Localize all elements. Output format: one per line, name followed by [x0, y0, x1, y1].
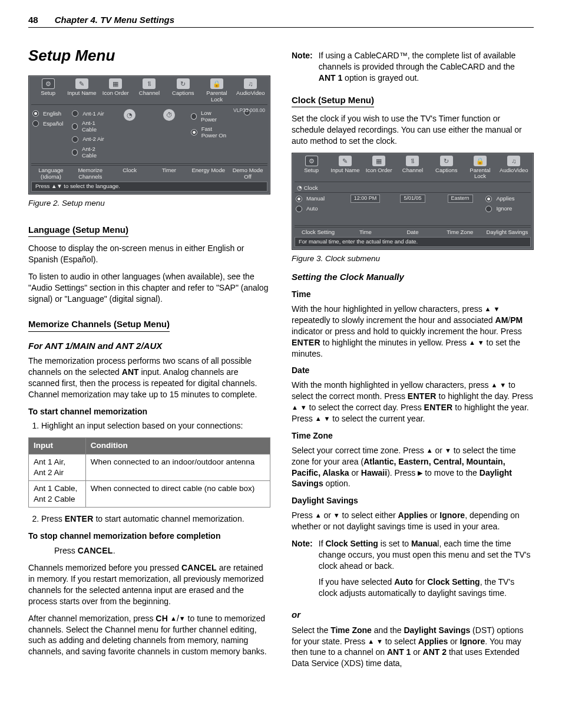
table-row: Ant 1 Air, Ant 2 Air When connected to a…: [29, 454, 270, 480]
time-h: Time: [292, 289, 534, 300]
left-column: Setup Menu ⚙Setup ✎Input Name ▦Icon Orde…: [28, 45, 270, 675]
stop-memorization-h: To stop channel memorization before comp…: [28, 531, 270, 542]
up-icon: ▲: [170, 615, 177, 622]
note-clock-setting: Note: If Clock Setting is set to Manual,…: [292, 538, 534, 603]
figure-3-caption: Figure 3. Clock submenu: [292, 253, 534, 264]
date-value: 5/01/05: [400, 195, 425, 203]
time-p: With the hour highlighted in yellow char…: [292, 304, 534, 359]
channel-icon: ⥮: [406, 156, 419, 166]
step-1: Highlight an input selection based on yo…: [41, 420, 270, 431]
language-p1: Choose to display the on-screen menus in…: [28, 243, 270, 265]
timer-icon: ⏱: [163, 109, 175, 121]
input-th-condition: Condition: [85, 438, 270, 454]
memorize-sub: For ANT 1/MAIN and ANT 2/AUX: [28, 340, 270, 352]
zone-value: Eastern: [448, 195, 473, 203]
hint-bar: For manual time, enter the actual time a…: [295, 237, 531, 246]
memorize-p3: After channel memorization, press CH ▲/▼…: [28, 613, 270, 658]
set-clock-manual-h: Setting the Clock Manually: [292, 271, 534, 283]
figure-2-caption: Figure 2. Setup menu: [28, 198, 270, 209]
captions-icon: ↻: [177, 78, 190, 89]
right-column: Note: If using a CableCARD™, the complet…: [292, 45, 534, 675]
version-label: VLP33 008.00: [233, 108, 265, 113]
clock-heading: Clock (Setup Menu): [292, 94, 374, 107]
tz-h: Time Zone: [292, 430, 534, 442]
tz-p: Select your correct time zone. Press ▲ o…: [292, 445, 534, 490]
memorize-steps-2: Press ENTER to start automatic channel m…: [28, 513, 270, 525]
lock-icon: 🔒: [210, 78, 223, 89]
clock-p: Set the clock if you wish to use the TV'…: [292, 113, 534, 147]
lock-icon: 🔒: [474, 156, 487, 166]
figure-2-setup-menu: ⚙Setup ✎Input Name ▦Icon Order ⥮Channel …: [28, 75, 270, 194]
page-header: 48 Chapter 4. TV Menu Settings: [28, 14, 534, 28]
time-value: 12:00 PM: [351, 195, 381, 203]
audiovideo-icon: ♫: [507, 156, 520, 166]
start-memorization-h: To start channel memorization: [28, 406, 270, 417]
chapter-title: Chapter 4. TV Menu Settings: [55, 14, 174, 26]
input-th-input: Input: [29, 438, 86, 454]
memorize-heading: Memorize Channels (Setup Menu): [28, 318, 170, 331]
hint-bar: Press ▲▼ to select the language.: [31, 182, 267, 191]
ds-h: Daylight Savings: [292, 495, 534, 506]
down-icon: ▼: [179, 615, 186, 622]
step-2: Press ENTER to start automatic channel m…: [41, 513, 270, 525]
channel-icon: ⥮: [143, 78, 156, 89]
date-h: Date: [292, 365, 534, 376]
audiovideo-icon: ♫: [244, 78, 257, 89]
page-number: 48: [28, 14, 38, 26]
input-name-icon: ✎: [339, 156, 352, 166]
memorize-p2: Channels memorized before you pressed CA…: [28, 562, 270, 607]
set-clock-auto-h: or: [292, 609, 534, 621]
clock-icon: ◔: [297, 185, 302, 191]
set-clock-auto-p: Select the Time Zone and the Daylight Sa…: [292, 625, 534, 670]
language-p2: To listen to audio in other languages (w…: [28, 271, 270, 305]
ds-p: Press ▲ or ▼ to select either Applies or…: [292, 510, 534, 532]
note-cablecard: Note: If using a CableCARD™, the complet…: [292, 50, 534, 88]
setup-icon: ⚙: [42, 78, 55, 89]
figure-3-clock-submenu: ⚙Setup ✎Input Name ▦Icon Order ⥮Channel …: [292, 153, 534, 250]
table-row: Ant 1 Cable, Ant 2 Cable When connected …: [29, 480, 270, 507]
setup-icon: ⚙: [305, 156, 318, 166]
captions-icon: ↻: [440, 156, 453, 166]
input-name-icon: ✎: [75, 78, 88, 89]
memorize-steps: Highlight an input selection based on yo…: [28, 420, 270, 431]
page-title: Setup Menu: [28, 45, 270, 66]
language-heading: Language (Setup Menu): [28, 224, 128, 237]
memorize-p1: The memorization process performs two sc…: [28, 355, 270, 400]
icon-order-icon: ▦: [109, 78, 122, 89]
stop-memorization-p: Press CANCEL.: [54, 545, 270, 556]
date-p: With the month highlighted in yellow cha…: [292, 380, 534, 424]
input-table: Input Condition Ant 1 Air, Ant 2 Air Whe…: [28, 437, 270, 508]
icon-order-icon: ▦: [372, 156, 385, 166]
clock-icon: ◔: [124, 109, 135, 121]
